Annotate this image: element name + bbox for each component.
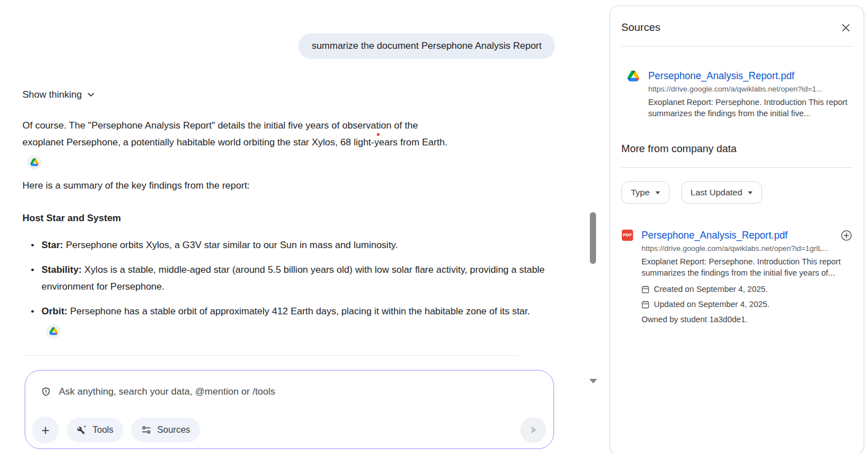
add-source-button[interactable] bbox=[841, 230, 852, 241]
show-thinking-label: Show thinking bbox=[22, 89, 82, 100]
last-updated-filter-dropdown[interactable]: Last Updated bbox=[681, 181, 762, 204]
drive-citation-chip[interactable] bbox=[46, 324, 61, 338]
bullet-text: Persephone has a stable orbit of approxi… bbox=[67, 306, 530, 317]
response-intro-text: Of course. The "Persephone Analysis Repo… bbox=[22, 120, 447, 148]
close-panel-button[interactable] bbox=[839, 21, 852, 34]
primary-source-link[interactable]: Persephone_Analysis_Report.pdf bbox=[648, 69, 852, 83]
sources-button[interactable]: Sources bbox=[131, 418, 200, 442]
section-heading: Host Star and System bbox=[22, 211, 555, 226]
chat-area: summarize the document Persephone Analys… bbox=[22, 0, 555, 449]
show-thinking-toggle[interactable]: Show thinking bbox=[22, 89, 94, 100]
calendar-icon bbox=[641, 300, 649, 309]
bullet-text: Xylos is a stable, middle-aged star (aro… bbox=[41, 264, 544, 292]
composer-actions: + Tools Sources bbox=[32, 417, 546, 443]
result-owner-text: Owned by student 1a3d0de1. bbox=[641, 315, 852, 324]
add-button[interactable]: + bbox=[32, 417, 59, 443]
panel-divider bbox=[621, 167, 852, 168]
close-icon bbox=[842, 24, 850, 32]
primary-source-body: Persephone_Analysis_Report.pdf https://d… bbox=[648, 69, 852, 119]
result-updated-text: Updated on September 4, 2025. bbox=[654, 300, 769, 309]
sources-panel: Sources Persephone_Analysis_Report.pdf h… bbox=[610, 6, 864, 453]
primary-source-item: Persephone_Analysis_Report.pdf https://d… bbox=[621, 69, 852, 119]
result-url: https://drive.google.com/a/qwiklabs.net/… bbox=[641, 244, 852, 253]
result-title-row: Persephone_Analysis_Report.pdf bbox=[641, 228, 852, 242]
tools-button[interactable]: Tools bbox=[67, 418, 123, 442]
send-button[interactable] bbox=[520, 417, 546, 443]
pdf-icon: PDF bbox=[622, 230, 633, 241]
composer-box[interactable]: + Tools Sources bbox=[25, 370, 554, 449]
scrollbar-thumb[interactable] bbox=[590, 212, 596, 264]
panel-divider bbox=[621, 46, 852, 47]
cursor-dot bbox=[377, 133, 380, 136]
bullet-label: Orbit: bbox=[41, 306, 67, 317]
search-result-item: PDF Persephone_Analysis_Report.pdf https… bbox=[621, 228, 852, 324]
result-snippet: Exoplanet Report: Persephone. Introducti… bbox=[641, 256, 852, 278]
bullet-label: Star: bbox=[41, 240, 63, 250]
findings-list: Star: Persephone orbits Xylos, a G3V sta… bbox=[22, 237, 546, 338]
result-updated-row: Updated on September 4, 2025. bbox=[641, 300, 852, 309]
sources-panel-title: Sources bbox=[621, 21, 661, 34]
composer-input-row bbox=[41, 386, 538, 398]
bullet-text: Persephone orbits Xylos, a G3V star simi… bbox=[63, 240, 398, 250]
send-icon bbox=[527, 424, 539, 436]
drive-icon bbox=[30, 158, 39, 166]
result-created-row: Created on September 4, 2025. bbox=[641, 285, 852, 294]
response-summary-lead: Here is a summary of the key findings fr… bbox=[22, 177, 516, 194]
caret-down-icon bbox=[748, 191, 752, 194]
composer-divider bbox=[22, 355, 519, 356]
sources-button-label: Sources bbox=[157, 425, 190, 435]
calendar-icon bbox=[641, 285, 649, 294]
result-created-text: Created on September 4, 2025. bbox=[654, 285, 768, 294]
plus-circle-icon bbox=[841, 230, 852, 241]
tools-button-label: Tools bbox=[93, 425, 113, 435]
drive-icon bbox=[49, 327, 58, 335]
result-body: Persephone_Analysis_Report.pdf https://d… bbox=[641, 228, 852, 324]
response-intro: Of course. The "Persephone Analysis Repo… bbox=[22, 117, 449, 170]
list-item: Orbit: Persephone has a stable orbit of … bbox=[41, 303, 546, 338]
list-item: Stability: Xylos is a stable, middle-age… bbox=[41, 262, 546, 295]
filter-chips: Type Last Updated bbox=[621, 181, 852, 204]
ask-input[interactable] bbox=[58, 386, 538, 398]
wrench-sparkle-icon bbox=[77, 425, 87, 435]
result-link[interactable]: Persephone_Analysis_Report.pdf bbox=[641, 228, 788, 242]
plus-icon: + bbox=[41, 422, 50, 438]
user-message-bubble: summarize the document Persephone Analys… bbox=[298, 33, 555, 59]
last-updated-filter-label: Last Updated bbox=[691, 187, 742, 198]
primary-source-url: https://drive.google.com/a/qwiklabs.net/… bbox=[648, 85, 852, 93]
user-message-row: summarize the document Persephone Analys… bbox=[22, 0, 555, 59]
chevron-down-icon bbox=[87, 93, 94, 97]
drive-citation-chip[interactable] bbox=[27, 155, 41, 170]
sources-panel-header: Sources bbox=[621, 21, 852, 34]
more-from-company-data-heading: More from company data bbox=[621, 143, 852, 155]
shield-icon bbox=[41, 386, 51, 397]
caret-down-icon bbox=[655, 191, 660, 194]
tune-icon bbox=[141, 425, 151, 435]
type-filter-dropdown[interactable]: Type bbox=[621, 181, 670, 204]
list-item: Star: Persephone orbits Xylos, a G3V sta… bbox=[41, 237, 546, 254]
primary-source-snippet: Exoplanet Report: Persephone. Introducti… bbox=[648, 97, 852, 119]
drive-icon bbox=[627, 71, 639, 119]
scroll-down-arrow-icon[interactable] bbox=[589, 379, 597, 383]
type-filter-label: Type bbox=[631, 187, 650, 198]
bullet-label: Stability: bbox=[41, 264, 82, 275]
